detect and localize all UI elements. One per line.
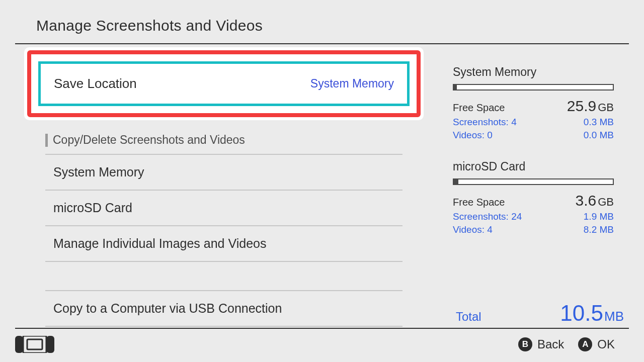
b-button-icon: B xyxy=(518,337,532,351)
section-header-label: Copy/Delete Screenshots and Videos xyxy=(53,133,245,147)
sd-videos-size: 8.2 MB xyxy=(584,224,614,235)
sd-videos-row: Videos: 4 8.2 MB xyxy=(453,224,614,235)
sd-title: microSD Card xyxy=(453,160,624,173)
save-location-card: Save Location System Memory xyxy=(24,47,424,120)
sysmem-block: System Memory Free Space 25.9GB Screensh… xyxy=(453,65,624,141)
console-icon xyxy=(15,336,54,353)
sysmem-videos-size: 0.0 MB xyxy=(584,130,614,141)
sd-screenshots-size: 1.9 MB xyxy=(584,211,614,222)
total-value: 10.5MB xyxy=(560,301,624,326)
a-button-icon: A xyxy=(578,337,592,351)
sysmem-videos-label: Videos: 0 xyxy=(453,130,493,141)
svg-rect-1 xyxy=(46,336,54,353)
page-title: Manage Screenshots and Videos xyxy=(36,17,644,34)
sd-videos-label: Videos: 4 xyxy=(453,224,493,235)
save-location-highlight: Save Location System Memory xyxy=(27,50,421,117)
sysmem-title: System Memory xyxy=(453,65,624,79)
back-label: Back xyxy=(537,337,564,351)
row-manage-individual[interactable]: Manage Individual Images and Videos xyxy=(45,226,403,262)
section-header-copy-delete: Copy/Delete Screenshots and Videos xyxy=(45,126,403,155)
ok-button[interactable]: A OK xyxy=(578,337,615,351)
footer-buttons: B Back A OK xyxy=(518,337,629,351)
save-location-label: Save Location xyxy=(54,76,137,92)
sysmem-free-value: 25.9GB xyxy=(567,98,614,115)
svg-rect-3 xyxy=(27,339,42,349)
ok-label: OK xyxy=(597,337,615,351)
sd-free-label: Free Space xyxy=(453,197,505,208)
sd-storage-fill xyxy=(454,179,458,184)
sysmem-storage-fill xyxy=(454,85,457,89)
row-copy-usb[interactable]: Copy to a Computer via USB Connection xyxy=(45,291,403,327)
sd-free-row: Free Space 3.6GB xyxy=(453,192,614,209)
options-list: Copy/Delete Screenshots and Videos Syste… xyxy=(45,126,403,327)
side-panel: System Memory Free Space 25.9GB Screensh… xyxy=(433,44,629,327)
sysmem-free-label: Free Space xyxy=(453,102,505,114)
section-tick-icon xyxy=(45,134,48,147)
page-header: Manage Screenshots and Videos xyxy=(0,0,644,43)
save-location-value: System Memory xyxy=(310,77,394,90)
sd-storage-bar xyxy=(453,178,614,185)
sysmem-storage-bar xyxy=(453,84,614,90)
sysmem-screenshots-label: Screenshots: 4 xyxy=(453,117,517,128)
sd-free-value: 3.6GB xyxy=(575,192,614,209)
total-row: Total 10.5MB xyxy=(453,301,624,326)
sd-screenshots-row: Screenshots: 24 1.9 MB xyxy=(453,211,614,222)
sd-block: microSD Card Free Space 3.6GB Screenshot… xyxy=(453,160,624,235)
main-panel: Save Location System Memory Copy/Delete … xyxy=(15,44,433,327)
sysmem-screenshots-row: Screenshots: 4 0.3 MB xyxy=(453,117,614,128)
svg-rect-0 xyxy=(15,336,23,353)
sysmem-free-row: Free Space 25.9GB xyxy=(453,98,614,115)
sd-screenshots-label: Screenshots: 24 xyxy=(453,211,522,222)
row-system-memory[interactable]: System Memory xyxy=(45,155,403,191)
back-button[interactable]: B Back xyxy=(518,337,564,351)
row-microsd-card[interactable]: microSD Card xyxy=(45,191,403,226)
row-spacer xyxy=(45,262,403,291)
sysmem-screenshots-size: 0.3 MB xyxy=(584,117,614,128)
total-label: Total xyxy=(456,310,481,324)
footer-bar: B Back A OK xyxy=(15,328,629,353)
sysmem-videos-row: Videos: 0 0.0 MB xyxy=(453,130,614,141)
save-location-row[interactable]: Save Location System Memory xyxy=(38,61,410,106)
